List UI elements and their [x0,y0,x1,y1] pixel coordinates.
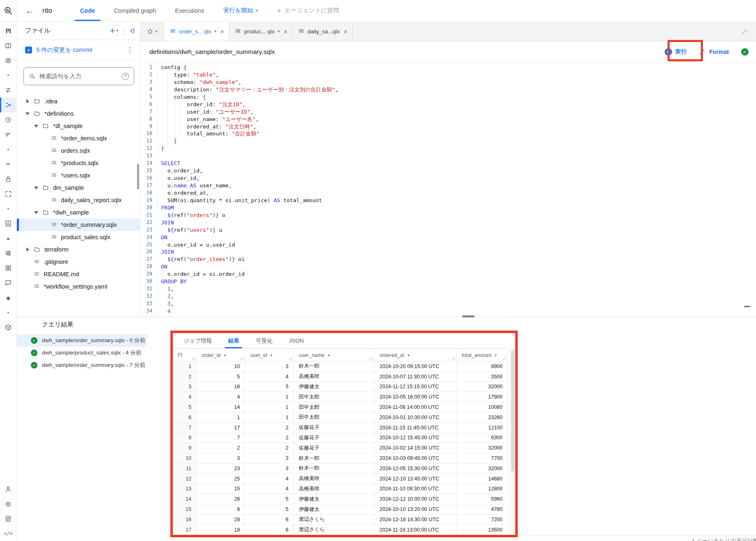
sort-caret-icon[interactable]: ▾ [495,353,497,357]
commit-link[interactable]: 5 件の変更を commit [36,46,125,54]
panel-minimize-handle[interactable] [744,306,750,307]
chevron-down-icon[interactable]: ▾ [278,29,280,33]
tree-item-readme-md[interactable]: README.md [17,268,140,280]
results-tab-visualization[interactable]: 可視化 [247,333,281,348]
tree-item-dm-sample[interactable]: dm_sample [17,182,140,194]
tree-item-dwh-sample[interactable]: *dwh_sample [17,206,140,219]
tree-item-order-items-sqlx[interactable]: *order_items.sqlx [17,132,140,145]
editor-tab-2[interactable]: daily_sa...qlx× [293,22,353,41]
close-icon[interactable]: × [221,28,224,35]
job-history-item-2[interactable]: ✓dwh_sample/order_summary.sqlx - 7 分前 [17,359,147,371]
tree-item-definitions[interactable]: *definitions [17,107,140,120]
sidebar-scrollbar[interactable] [137,164,139,189]
run-button[interactable]: 実行 [665,48,687,56]
code-editor[interactable]: 1config {2 type: "table",3 schema: "dwh_… [140,63,756,316]
nav-tab-code[interactable]: Code [80,0,95,21]
cell-order_id: 25 [197,474,245,484]
rail-cut-icon[interactable]: ✂ [0,157,16,172]
editor-tab-0[interactable]: order_s... qlx▾× [164,22,229,41]
more-options-icon[interactable]: ⋮ [125,46,135,54]
format-wand-icon[interactable] [741,22,756,41]
expand-caret-icon[interactable] [32,211,40,214]
editor-tab-1[interactable]: produc... qlx▾× [229,22,293,41]
rail-split-view-icon[interactable] [0,38,16,53]
rail-chat-icon[interactable] [0,275,16,290]
home-tab[interactable]: ▾ [140,22,164,41]
sqlx-file-icon [51,234,57,240]
nav-label: エージェントに質問 [284,7,339,14]
app-logo-icon[interactable] [0,0,17,21]
code-text: type: "table", [158,71,219,79]
expand-caret-icon[interactable] [32,187,40,189]
tree-item-daily-sales-report-sqlx[interactable]: daily_sales_report.sqlx [17,194,140,206]
sort-caret-icon[interactable]: ▾ [224,353,226,357]
back-arrow-icon[interactable]: ← [25,6,34,15]
tree-item-dl-sample[interactable]: *dl_sample [17,120,140,132]
rail-grid-icon[interactable] [0,261,16,275]
chevron-down-icon[interactable]: ▾ [214,29,216,33]
nav-tab-compiled-graph[interactable]: Compiled graph [114,0,156,21]
column-header-row-index[interactable]: 行 [173,349,197,361]
line-number: 33 [140,300,158,308]
column-header-ordered_at[interactable]: ordered_at▾ [375,349,457,361]
collapse-panel-icon[interactable] [128,27,136,35]
panel-drag-handle[interactable] [462,315,475,317]
rail-history-icon[interactable] [0,112,16,127]
tree-item-users-sqlx[interactable]: *users.sqlx [17,169,140,182]
row-index-cell: 10 [173,453,197,464]
rail-bar-chart-icon[interactable] [0,216,16,231]
rail-settings-account-icon[interactable] [0,53,16,68]
add-file-button[interactable]: +▾ [110,26,118,35]
sort-caret-icon[interactable]: ▾ [407,353,409,357]
rail-gear-icon[interactable]: ⚙ [0,497,16,511]
rail-frame-icon[interactable] [0,187,16,201]
tree-item-products-sqlx[interactable]: *products.sqlx [17,157,140,169]
rail-swap-arrows-icon[interactable] [0,83,16,98]
results-tab-results[interactable]: 結果 [220,333,247,348]
nav-tab-executions[interactable]: Executions [175,0,204,21]
results-tab-json[interactable]: JSON [281,333,312,348]
column-header-user_id[interactable]: user_id▾ [245,349,294,361]
tree-item-orders-sqlx[interactable]: orders.sqlx [17,145,140,157]
file-search-input[interactable] [40,73,118,79]
commit-row: + 5 件の変更を commit ⋮ [17,40,140,61]
rail-dashboard-icon[interactable] [0,23,16,38]
rail-sort-lines-icon[interactable] [0,127,16,142]
expand-caret-icon[interactable] [23,112,32,115]
table-row: 441田中太郎2024-10-05 16:00:00 UTC17900 [173,392,508,402]
tree-item-product-sales-sqlx[interactable]: product_sales.sqlx [17,231,140,243]
tree-item-terraform[interactable]: terraform [17,243,140,256]
tree-item-workflow-settings-yaml[interactable]: *workflow_settings.yaml [17,280,140,293]
nav-ask-agent[interactable]: ✦エージェントに質問 [277,0,339,21]
help-icon[interactable]: ? [122,73,129,80]
close-icon[interactable]: × [284,28,287,35]
format-button[interactable]: Format [699,48,729,55]
results-tab-job-info[interactable]: ジョブ情報 [175,333,220,348]
sort-caret-icon[interactable]: ▾ [328,353,330,357]
tree-item-order-summary-sqlx[interactable]: *order_summary.sqlx [17,219,140,231]
job-history-item-1[interactable]: ✓dwh_sample/product_sales.sqlx - 4 分前 [17,347,147,359]
column-header-total_amount[interactable]: total_amount▾ [457,349,508,361]
column-header-order_id[interactable]: order_id▾ [197,349,245,361]
tree-item-gitignore[interactable]: .gitignore [17,256,140,268]
tree-item-idea[interactable]: .idea [17,95,140,107]
rail-diamond-icon[interactable]: ◆ [0,290,16,305]
expand-caret-icon[interactable] [32,125,40,128]
collapse-caret-icon[interactable] [23,99,32,103]
rail-feedback-icon[interactable] [0,511,16,526]
sqlx-file-icon [51,197,57,203]
rail-lock-icon[interactable] [0,172,16,187]
results-scrollbar[interactable] [510,349,515,535]
rail-person-icon[interactable] [0,482,16,497]
nav-start-execution-menu[interactable]: 実行を開始▾ [223,0,258,21]
job-history-item-0[interactable]: ✓dwh_sample/order_summary.sqlx - 0 分前 [17,334,147,347]
column-header-user_name[interactable]: user_name▾ [294,349,375,361]
sort-caret-icon[interactable]: ▾ [270,353,272,357]
rail-circle-icon[interactable]: ● [0,231,16,246]
rail-code-icon[interactable]: </> [0,526,16,541]
rail-tune-icon[interactable] [0,246,16,261]
collapse-caret-icon[interactable] [23,247,32,252]
close-icon[interactable]: × [344,28,347,35]
rail-package-icon[interactable] [0,320,16,335]
rail-branch-icon[interactable] [0,98,16,112]
